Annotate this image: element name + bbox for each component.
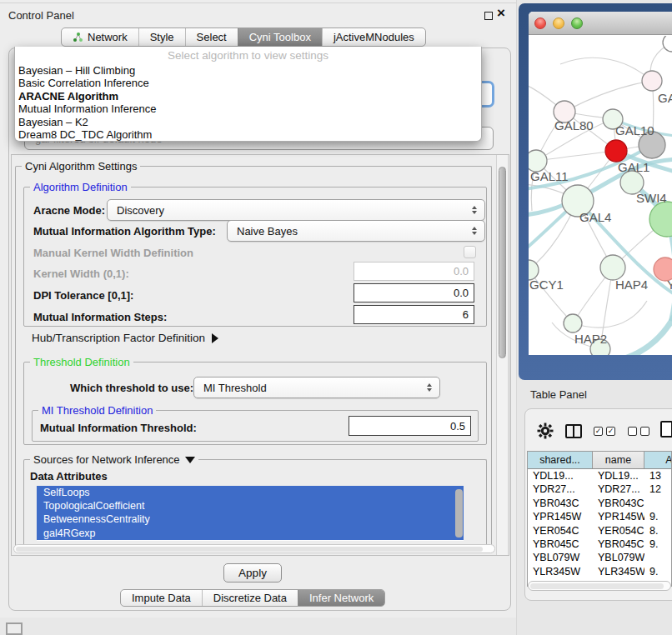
data-attribute-item[interactable]: TopologicalCoefficient <box>37 499 464 512</box>
algorithm-dropdown-items: Bayesian – Hill ClimbingBasic Correlatio… <box>15 64 481 141</box>
table-cell: YPR145W <box>593 510 644 523</box>
tab-style[interactable]: Style <box>138 28 185 46</box>
table-row[interactable]: YPR145WYPR145W9. <box>528 510 671 523</box>
tab-select[interactable]: Select <box>185 28 238 46</box>
deselect-all-check-icon[interactable] <box>640 427 649 436</box>
sources-group-title[interactable]: Sources for Network Inference <box>30 453 198 466</box>
settings-hscrollbar[interactable] <box>13 544 495 553</box>
table-cell: YDL19... <box>528 469 593 482</box>
table-cell: YDR27... <box>528 482 593 496</box>
network-node[interactable] <box>600 255 625 280</box>
algorithm-option[interactable]: Dream8 DC_TDC Algorithm <box>15 128 481 141</box>
network-graph[interactable]: GALGAL80GAL10GAL1GAL11SWI4GAL4GCY1HAP4YH… <box>529 36 672 355</box>
network-node[interactable] <box>605 140 627 162</box>
table-row[interactable]: YBL079WYBL079W <box>528 551 671 564</box>
select-all-check-icon[interactable]: ✓ <box>606 427 615 436</box>
settings-vscrollbar-thumb[interactable] <box>499 167 506 358</box>
table-column-header[interactable]: name <box>593 452 644 468</box>
table-settings-gear-icon[interactable] <box>537 422 554 442</box>
table-cell: 13 <box>644 469 672 482</box>
minimized-panel-icon[interactable] <box>6 622 23 635</box>
table-cell: YER054C <box>593 524 644 538</box>
float-window-icon[interactable] <box>484 12 493 20</box>
close-traffic-light-icon[interactable] <box>534 18 546 29</box>
network-node-label: HAP2 <box>574 332 607 346</box>
algorithm-option[interactable]: Bayesian – Hill Climbing <box>15 64 481 77</box>
table-column-header[interactable]: shared... <box>528 452 593 468</box>
mi-type-label: Mutual Information Algorithm Type: <box>33 225 216 238</box>
table-hscrollbar[interactable] <box>528 581 671 591</box>
table-cell: YBR045C <box>593 538 644 551</box>
network-edge[interactable] <box>564 81 652 112</box>
control-panel-tabbar: Network Style Select Cyni Toolbox jActiv… <box>61 28 426 47</box>
table-row[interactable]: YER054CYER054C8. <box>528 524 671 538</box>
algorithm-option[interactable]: ARACNE Algorithm <box>15 90 481 102</box>
table-row[interactable]: YBR045CYBR045C9. <box>528 538 671 551</box>
network-node-label: GAL1 <box>618 160 649 174</box>
close-icon[interactable]: × <box>497 6 505 21</box>
algorithm-dropdown: Select algorithm to view settings Bayesi… <box>14 47 482 142</box>
table-row[interactable]: YBR043CYBR043C <box>528 497 671 510</box>
network-node[interactable] <box>663 36 672 52</box>
aracne-mode-combo[interactable]: Discovery <box>107 199 485 221</box>
settings-vscrollbar[interactable] <box>496 155 507 555</box>
mi-type-combo[interactable]: Naive Bayes <box>227 220 485 242</box>
network-node-label: GAL11 <box>530 169 569 183</box>
table-cell: YDL19... <box>593 469 644 482</box>
which-threshold-combo[interactable]: MI Threshold <box>193 377 440 398</box>
table-row[interactable]: YDR27...YDR27...12 <box>528 482 671 496</box>
apply-button[interactable]: Apply <box>223 563 282 582</box>
dpi-tolerance-input[interactable] <box>354 283 474 302</box>
table-row[interactable]: YLR345WYLR345W9. <box>528 565 671 578</box>
network-window-titlebar[interactable] <box>529 12 672 35</box>
tab-discretize-data[interactable]: Discretize Data <box>202 590 298 606</box>
settings-hscrollbar-thumb[interactable] <box>16 547 483 552</box>
table-column-header[interactable]: A <box>644 452 672 468</box>
data-attribute-item[interactable]: BetweennessCentrality <box>37 512 464 526</box>
mi-steps-input[interactable] <box>354 305 474 324</box>
data-attribute-item[interactable]: SelfLoops <box>37 486 464 499</box>
algorithm-dropdown-placeholder: Select algorithm to view settings <box>15 47 481 64</box>
minimize-traffic-light-icon[interactable] <box>553 18 564 29</box>
table-panel-title: Table Panel <box>530 388 587 401</box>
data-attributes-list[interactable]: SelfLoopsTopologicalCoefficientBetweenne… <box>37 486 464 541</box>
hub-section-toggle[interactable]: Hub/Transcription Factor Definition <box>32 332 218 344</box>
network-node-label: GAL80 <box>554 118 594 132</box>
tab-infer-network[interactable]: Infer Network <box>298 590 384 606</box>
network-edge[interactable] <box>536 151 616 161</box>
network-edge[interactable] <box>529 159 672 215</box>
export-table-icon[interactable] <box>660 421 672 438</box>
tab-network[interactable]: Network <box>62 28 138 46</box>
network-node-label: GAL <box>658 91 672 105</box>
network-node[interactable] <box>642 71 662 91</box>
network-window[interactable]: GALGAL80GAL10GAL1GAL11SWI4GAL4GCY1HAP4YH… <box>529 12 672 355</box>
network-edge[interactable] <box>560 58 652 81</box>
attributes-list-scrollbar-thumb[interactable] <box>455 489 463 538</box>
column-visibility-icon[interactable] <box>565 424 582 438</box>
algorithm-option[interactable]: Mutual Information Inference <box>15 102 481 115</box>
select-all-check-icon[interactable]: ✓ <box>594 427 603 436</box>
tab-impute-data[interactable]: Impute Data <box>121 590 202 606</box>
tab-cyni-toolbox[interactable]: Cyni Toolbox <box>238 28 322 46</box>
network-node-label: HAP4 <box>615 278 648 292</box>
network-canvas[interactable]: GALGAL80GAL10GAL1GAL11SWI4GAL4GCY1HAP4YH… <box>529 36 672 355</box>
deselect-all-check-icon[interactable] <box>628 427 637 436</box>
table-cell: YBL079W <box>528 551 593 564</box>
data-attribute-item[interactable]: gal4RGexp <box>37 527 464 540</box>
table-row[interactable]: YDL19...YDL19...13 <box>528 469 671 482</box>
algorithm-option[interactable]: Bayesian – K2 <box>15 116 481 128</box>
zoom-traffic-light-icon[interactable] <box>571 18 583 29</box>
kernel-width-input[interactable] <box>354 262 474 281</box>
table-hscrollbar-thumb[interactable] <box>530 583 664 589</box>
tab-jactivemnodules[interactable]: jActiveMNodules <box>322 28 425 46</box>
algorithm-option[interactable]: Basic Correlation Inference <box>15 77 481 89</box>
mi-threshold-label: Mutual Information Threshold: <box>40 422 197 434</box>
mi-steps-label: Mutual Information Steps: <box>33 311 167 323</box>
network-node-label: SWI4 <box>636 191 667 205</box>
threshold-definition-title: Threshold Definition <box>30 356 133 368</box>
network-node[interactable] <box>564 314 582 332</box>
network-edge[interactable] <box>573 301 647 328</box>
manual-kernel-checkbox[interactable] <box>464 246 476 258</box>
mi-threshold-input[interactable] <box>349 416 471 436</box>
network-node[interactable] <box>649 202 672 237</box>
